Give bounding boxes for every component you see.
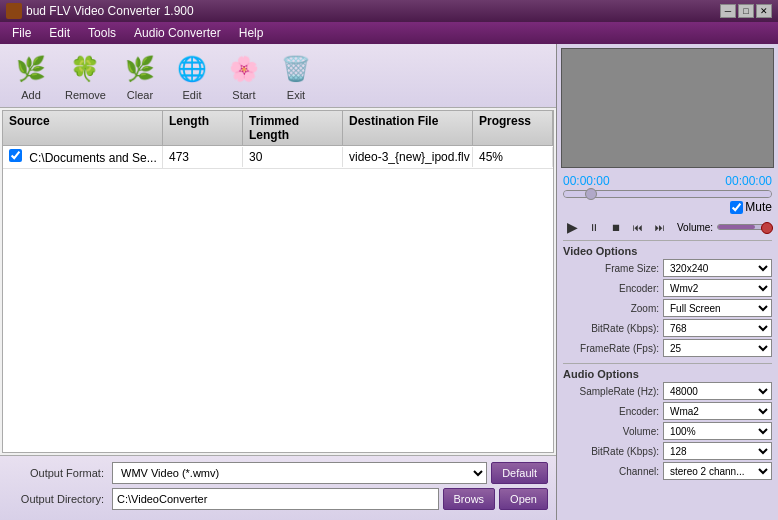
output-dir-label: Output Directory: (8, 493, 108, 505)
time-row: 00:00:00 00:00:00 (563, 174, 772, 188)
bitrate-video-select[interactable]: 768 (663, 319, 772, 337)
output-dir-input[interactable] (112, 488, 439, 510)
minimize-button[interactable]: ─ (720, 4, 736, 18)
table-row[interactable]: C:\Documents and Se... 473 30 video-3_{n… (3, 146, 553, 169)
edit-button[interactable]: 🌐 Edit (167, 46, 217, 106)
samplerate-label: SampleRate (Hz): (563, 386, 663, 397)
row-checkbox[interactable] (9, 149, 22, 162)
cell-progress: 45% (473, 147, 553, 167)
time-controls: 00:00:00 00:00:00 Mute (557, 172, 778, 216)
file-list-container: Source Length Trimmed Length Destination… (2, 110, 554, 453)
add-icon: 🌿 (13, 51, 49, 87)
header-source: Source (3, 111, 163, 145)
menu-file[interactable]: File (4, 24, 39, 42)
title-bar-buttons: ─ □ ✕ (720, 4, 772, 18)
encoder-audio-row: Encoder: Wma2 (563, 402, 772, 420)
output-format-label: Output Format: (8, 467, 108, 479)
time-end: 00:00:00 (725, 174, 772, 188)
file-list-header: Source Length Trimmed Length Destination… (3, 111, 553, 146)
app-icon (6, 3, 22, 19)
exit-button[interactable]: 🗑️ Exit (271, 46, 321, 106)
encoder-video-select[interactable]: Wmv2 (663, 279, 772, 297)
mute-label: Mute (745, 200, 772, 214)
clear-label: Clear (127, 89, 153, 101)
add-label: Add (21, 89, 41, 101)
framerate-label: FrameRate (Fps): (563, 343, 663, 354)
frame-size-row: Frame Size: 320x240 (563, 259, 772, 277)
volume-thumb (761, 222, 773, 234)
exit-label: Exit (287, 89, 305, 101)
volume-audio-row: Volume: 100% (563, 422, 772, 440)
menu-tools[interactable]: Tools (80, 24, 124, 42)
remove-label: Remove (65, 89, 106, 101)
bitrate-video-label: BitRate (Kbps): (563, 323, 663, 334)
frame-size-label: Frame Size: (563, 263, 663, 274)
cell-length: 473 (163, 147, 243, 167)
frame-size-select[interactable]: 320x240 (663, 259, 772, 277)
channel-label: Channel: (563, 466, 663, 477)
encoder-audio-select[interactable]: Wma2 (663, 402, 772, 420)
stop-button[interactable]: ⏹ (607, 218, 625, 236)
video-preview (561, 48, 774, 168)
framerate-select[interactable]: 25 (663, 339, 772, 357)
maximize-button[interactable]: □ (738, 4, 754, 18)
zoom-label: Zoom: (563, 303, 663, 314)
video-options-section: Video Options Frame Size: 320x240 Encode… (557, 243, 778, 361)
exit-icon: 🗑️ (278, 51, 314, 87)
volume-fill (718, 225, 755, 229)
browse-button[interactable]: Brows (443, 488, 496, 510)
volume-audio-select[interactable]: 100% (663, 422, 772, 440)
progress-thumb (585, 188, 597, 200)
audio-options-section: Audio Options SampleRate (Hz): 48000 Enc… (557, 366, 778, 484)
pause-button[interactable]: ⏸ (585, 218, 603, 236)
header-length: Length (163, 111, 243, 145)
header-progress: Progress (473, 111, 553, 145)
output-format-row: Output Format: WMV Video (*.wmv) Default (8, 462, 548, 484)
add-button[interactable]: 🌿 Add (6, 46, 56, 106)
cell-trimmed: 30 (243, 147, 343, 167)
start-button[interactable]: 🌸 Start (219, 46, 269, 106)
toolbar: 🌿 Add 🍀 Remove 🌿 Clear 🌐 Edit 🌸 Start 🗑️ (0, 44, 556, 108)
bitrate-audio-label: BitRate (Kbps): (563, 446, 663, 457)
encoder-video-row: Encoder: Wmv2 (563, 279, 772, 297)
clear-icon: 🌿 (122, 51, 158, 87)
mute-checkbox[interactable] (730, 201, 743, 214)
samplerate-select[interactable]: 48000 (663, 382, 772, 400)
remove-icon: 🍀 (67, 51, 103, 87)
play-button[interactable]: ▶ (563, 218, 581, 236)
encoder-audio-label: Encoder: (563, 406, 663, 417)
video-options-title: Video Options (563, 245, 772, 257)
cell-source: C:\Documents and Se... (3, 146, 163, 168)
main-container: 🌿 Add 🍀 Remove 🌿 Clear 🌐 Edit 🌸 Start 🗑️ (0, 44, 778, 520)
output-format-select[interactable]: WMV Video (*.wmv) (112, 462, 487, 484)
title-bar: bud FLV Video Converter 1.900 ─ □ ✕ (0, 0, 778, 22)
close-button[interactable]: ✕ (756, 4, 772, 18)
open-button[interactable]: Open (499, 488, 548, 510)
progress-track[interactable] (563, 190, 772, 198)
clear-button[interactable]: 🌿 Clear (115, 46, 165, 106)
next-button[interactable]: ⏭ (651, 218, 669, 236)
time-start: 00:00:00 (563, 174, 610, 188)
channel-row: Channel: stereo 2 chann... (563, 462, 772, 480)
bitrate-audio-select[interactable]: 128 (663, 442, 772, 460)
menu-help[interactable]: Help (231, 24, 272, 42)
bitrate-audio-row: BitRate (Kbps): 128 (563, 442, 772, 460)
output-dir-row: Output Directory: Brows Open (8, 488, 548, 510)
menu-edit[interactable]: Edit (41, 24, 78, 42)
volume-audio-label: Volume: (563, 426, 663, 437)
progress-row (563, 190, 772, 198)
divider-1 (563, 240, 772, 241)
volume-track[interactable] (717, 224, 772, 230)
remove-button[interactable]: 🍀 Remove (58, 46, 113, 106)
header-trimmed: Trimmed Length (243, 111, 343, 145)
header-dest: Destination File (343, 111, 473, 145)
divider-2 (563, 363, 772, 364)
right-panel: 00:00:00 00:00:00 Mute ▶ ⏸ ⏹ ⏮ ⏭ Volume: (557, 44, 778, 520)
zoom-select[interactable]: Full Screen (663, 299, 772, 317)
channel-select[interactable]: stereo 2 chann... (663, 462, 772, 480)
edit-icon: 🌐 (174, 51, 210, 87)
zoom-row: Zoom: Full Screen (563, 299, 772, 317)
prev-button[interactable]: ⏮ (629, 218, 647, 236)
menu-audio-converter[interactable]: Audio Converter (126, 24, 229, 42)
default-button[interactable]: Default (491, 462, 548, 484)
